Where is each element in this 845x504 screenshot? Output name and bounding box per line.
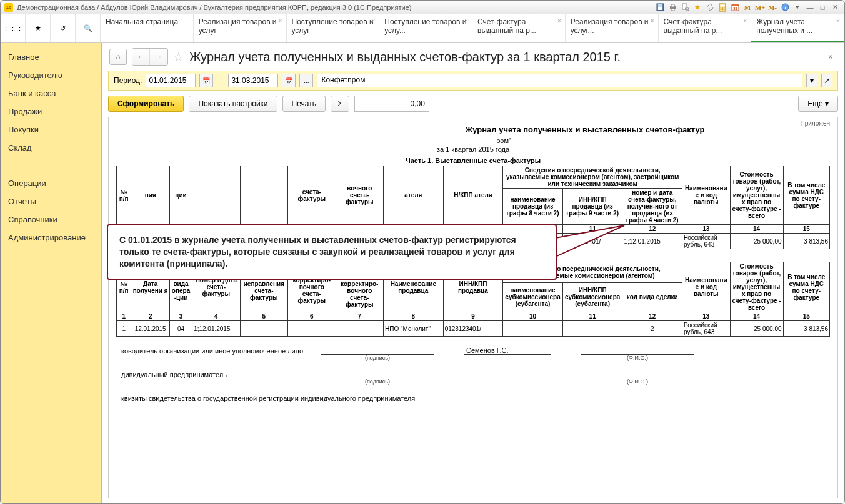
tab-incoming-2[interactable]: Поступление товаров и услу...× [379, 14, 472, 42]
period-dash: — [217, 76, 224, 85]
period-to-input[interactable] [228, 74, 278, 87]
close-icon[interactable]: × [279, 17, 282, 26]
m-button[interactable]: M [742, 2, 753, 12]
close-icon[interactable]: × [743, 17, 747, 26]
apps-icon[interactable]: ⋮⋮⋮ [1, 14, 26, 42]
calendar-icon[interactable]: 31 [729, 2, 741, 12]
svg-rect-5 [671, 9, 674, 11]
calendar-from-icon[interactable]: 📅 [199, 74, 213, 87]
sidebar-item-sales[interactable]: Продажи [1, 102, 101, 121]
svg-rect-2 [658, 4, 662, 7]
tab-realization-2[interactable]: Реализация товаров и услуг...× [566, 14, 659, 42]
favorite-icon[interactable]: ★ [692, 2, 703, 12]
dropdown-icon[interactable]: ▾ [792, 2, 803, 12]
more-button[interactable]: Еще ▾ [798, 96, 838, 112]
sidebar: Главное Руководителю Банк и касса Продаж… [1, 43, 102, 503]
svg-rect-1 [658, 7, 662, 10]
close-icon[interactable]: × [371, 17, 375, 26]
signature-row-2: дивидуальный предприниматель [116, 371, 830, 378]
sidebar-item-main[interactable]: Главное [1, 48, 101, 66]
svg-marker-23 [557, 239, 561, 255]
sidebar-item-blank1 [1, 157, 101, 166]
svg-rect-6 [682, 4, 687, 9]
forward-button[interactable]: → [150, 49, 168, 65]
table-row[interactable]: 112.01.2015041;12.01.2015НПО "Монолит"01… [117, 321, 830, 337]
org-open-icon[interactable]: ↗ [821, 74, 832, 87]
search-tab-icon[interactable]: 🔍 [76, 14, 101, 42]
print-icon[interactable] [667, 2, 678, 12]
tab-realization-1[interactable]: Реализация товаров и услуг× [194, 14, 287, 42]
close-icon[interactable]: × [464, 17, 468, 26]
m-minus-button[interactable]: M- [767, 2, 778, 12]
sidebar-item-reports[interactable]: Отчеты [1, 192, 101, 210]
organization-field[interactable]: Конфетпром [317, 74, 802, 87]
tab-invoice-out-2[interactable]: Счет-фактура выданный на р...× [659, 14, 752, 42]
sum-field[interactable] [354, 96, 429, 112]
main-tabbar: ⋮⋮⋮ ★ ↺ 🔍 Начальная страница Реализация … [1, 14, 844, 43]
window-titlebar: 1c Демонстрационная база / Абдулов Юрий … [1, 1, 844, 14]
report-period: за 1 квартал 2015 года [116, 146, 830, 153]
close-icon[interactable]: × [651, 17, 654, 26]
period-select-button[interactable]: ... [299, 74, 313, 87]
period-bar: Период: 📅 — 📅 ... Конфетпром ▾ ↗ [108, 71, 838, 91]
close-icon[interactable]: × [836, 17, 840, 26]
sidebar-item-purchases[interactable]: Покупки [1, 121, 101, 139]
bookmark-icon[interactable]: ☆ [173, 49, 184, 64]
page-title: Журнал учета полученных и выданных счето… [189, 50, 621, 64]
close-page-icon[interactable]: × [824, 52, 837, 62]
period-from-input[interactable] [146, 74, 196, 87]
calendar-to-icon[interactable]: 📅 [282, 74, 296, 87]
sigma-button[interactable]: Σ [331, 96, 349, 112]
report-area[interactable]: Приложен Журнал учета полученных и выста… [108, 117, 838, 498]
history-icon[interactable]: ↺ [51, 14, 76, 42]
info-callout: С 01.01.2015 в журнале учета полученных … [107, 224, 557, 280]
period-label: Период: [114, 76, 142, 85]
m-plus-button[interactable]: M+ [754, 2, 766, 12]
svg-point-11 [721, 7, 722, 9]
generate-button[interactable]: Сформировать [108, 96, 184, 112]
close-window-icon[interactable]: ✕ [829, 2, 841, 12]
sidebar-item-blank2 [1, 166, 101, 174]
sidebar-item-warehouse[interactable]: Склад [1, 139, 101, 157]
home-button[interactable]: ⌂ [109, 49, 127, 65]
back-button[interactable]: ← [132, 49, 150, 65]
tab-start-page[interactable]: Начальная страница [101, 14, 194, 42]
sidebar-item-bank[interactable]: Банк и касса [1, 84, 101, 102]
tab-incoming-1[interactable]: Поступление товаров и услуг× [287, 14, 380, 42]
close-icon[interactable]: × [558, 17, 561, 26]
sidebar-item-operations[interactable]: Операции [1, 174, 101, 192]
sidebar-item-catalogs[interactable]: Справочники [1, 210, 101, 229]
calculator-icon[interactable] [717, 2, 728, 12]
org-dropdown-icon[interactable]: ▾ [806, 74, 818, 87]
report-title: Журнал учета полученных и выставленных с… [441, 125, 729, 134]
svg-point-12 [722, 7, 723, 9]
print-button[interactable]: Печать [282, 96, 326, 112]
info-icon[interactable]: i [779, 2, 791, 12]
tab-invoice-out-1[interactable]: Счет-фактура выданный на р...× [472, 14, 566, 42]
app-logo-icon: 1c [4, 3, 13, 12]
svg-rect-10 [721, 4, 725, 6]
svg-rect-4 [671, 4, 674, 7]
tab-invoice-journal[interactable]: Журнал учета полученных и ...× [751, 14, 844, 42]
svg-point-13 [724, 7, 725, 9]
favorites-icon[interactable]: ★ [26, 14, 51, 42]
attachment-text: Приложен [800, 120, 830, 127]
svg-marker-22 [556, 225, 624, 257]
signature-row-1: ководитель организации или иное уполномо… [116, 347, 830, 355]
link-icon[interactable] [704, 2, 716, 12]
signature-row-3: квизиты свидетельства о государственной … [116, 395, 830, 402]
svg-line-8 [688, 10, 689, 11]
callout-tail-icon [556, 225, 631, 263]
window-title: Демонстрационная база / Абдулов Юрий Вла… [17, 4, 411, 11]
maximize-icon[interactable]: □ [817, 2, 828, 12]
sidebar-item-admin[interactable]: Администрирование [1, 229, 101, 247]
preview-icon[interactable] [679, 2, 691, 12]
svg-point-16 [724, 9, 725, 10]
action-bar: Сформировать Показать настройки Печать Σ… [102, 91, 844, 117]
report-org-tail: ром" [441, 137, 566, 144]
settings-button[interactable]: Показать настройки [189, 96, 277, 112]
part1-title: Часть 1. Выставленные счета-фактуры [116, 157, 830, 164]
save-icon[interactable] [654, 2, 666, 12]
minimize-icon[interactable]: — [804, 2, 816, 12]
sidebar-item-manager[interactable]: Руководителю [1, 66, 101, 84]
